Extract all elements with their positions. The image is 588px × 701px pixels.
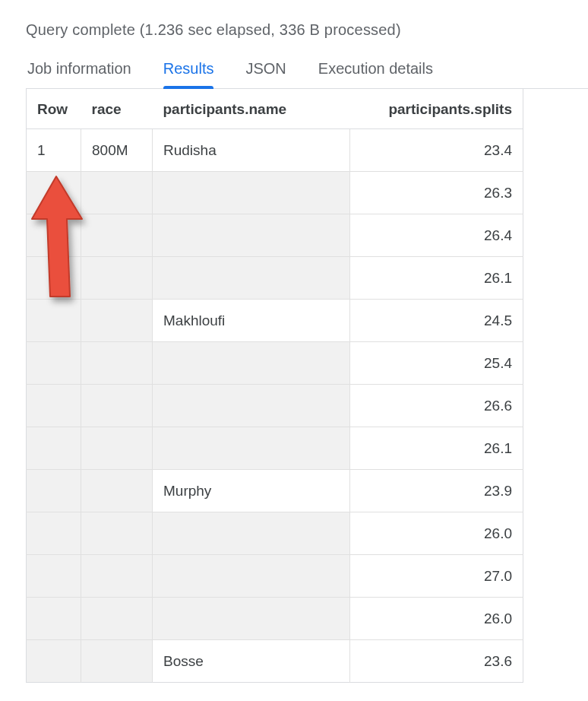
cell-participant-split: 26.3 bbox=[350, 172, 523, 214]
cell-participant-split: 24.5 bbox=[350, 300, 523, 342]
tab-job-information[interactable]: Job information bbox=[27, 60, 131, 88]
tab-execution-details[interactable]: Execution details bbox=[318, 60, 433, 88]
cell-participant-name bbox=[153, 555, 350, 598]
cell-row-number bbox=[27, 555, 81, 598]
cell-participant-split: 26.1 bbox=[350, 427, 523, 470]
cell-race bbox=[81, 470, 153, 512]
cell-participant-name bbox=[153, 214, 350, 257]
cell-row-number bbox=[27, 470, 81, 512]
col-row: Row bbox=[27, 89, 81, 129]
cell-row-number bbox=[27, 342, 81, 385]
cell-race bbox=[81, 427, 153, 470]
cell-participant-name: Makhloufi bbox=[153, 300, 350, 342]
cell-participant-split: 26.0 bbox=[350, 512, 523, 555]
cell-participant-split: 27.0 bbox=[350, 555, 523, 598]
cell-row-number bbox=[27, 214, 81, 257]
query-status-text: Query complete (1.236 sec elapsed, 336 B… bbox=[26, 21, 588, 39]
cell-participant-name: Rudisha bbox=[153, 129, 350, 172]
cell-row-number bbox=[27, 385, 81, 427]
cell-participant-name: Bosse bbox=[153, 640, 350, 683]
result-tabs: Job information Results JSON Execution d… bbox=[26, 60, 588, 89]
col-name: participants.name bbox=[153, 89, 350, 129]
cell-race bbox=[81, 342, 153, 385]
cell-row-number bbox=[27, 512, 81, 555]
table-row: 26.0 bbox=[27, 598, 523, 640]
results-table: Row race participants.name participants.… bbox=[26, 89, 523, 683]
cell-participant-name bbox=[153, 598, 350, 640]
cell-participant-name bbox=[153, 342, 350, 385]
cell-participant-split: 25.4 bbox=[350, 342, 523, 385]
cell-participant-split: 23.9 bbox=[350, 470, 523, 512]
table-row: 25.4 bbox=[27, 342, 523, 385]
col-splits: participants.splits bbox=[350, 89, 523, 129]
table-row: 1800MRudisha23.4 bbox=[27, 129, 523, 172]
cell-race bbox=[81, 214, 153, 257]
table-row: 27.0 bbox=[27, 555, 523, 598]
cell-race bbox=[81, 598, 153, 640]
cell-race bbox=[81, 640, 153, 683]
cell-race: 800M bbox=[81, 129, 153, 172]
cell-participant-name bbox=[153, 512, 350, 555]
table-header-row: Row race participants.name participants.… bbox=[27, 89, 523, 129]
cell-row-number: 1 bbox=[27, 129, 81, 172]
cell-race bbox=[81, 300, 153, 342]
cell-row-number bbox=[27, 172, 81, 214]
tab-results[interactable]: Results bbox=[163, 60, 214, 88]
cell-participant-split: 23.4 bbox=[350, 129, 523, 172]
col-race: race bbox=[81, 89, 153, 129]
cell-race bbox=[81, 257, 153, 300]
cell-row-number bbox=[27, 427, 81, 470]
table-row: 26.0 bbox=[27, 512, 523, 555]
cell-row-number bbox=[27, 640, 81, 683]
cell-row-number bbox=[27, 598, 81, 640]
table-row: Makhloufi24.5 bbox=[27, 300, 523, 342]
cell-participant-name bbox=[153, 257, 350, 300]
table-row: 26.1 bbox=[27, 257, 523, 300]
cell-participant-split: 26.6 bbox=[350, 385, 523, 427]
cell-participant-split: 26.0 bbox=[350, 598, 523, 640]
table-row: 26.1 bbox=[27, 427, 523, 470]
cell-participant-split: 26.4 bbox=[350, 214, 523, 257]
table-row: Murphy23.9 bbox=[27, 470, 523, 512]
table-row: 26.3 bbox=[27, 172, 523, 214]
table-row: 26.6 bbox=[27, 385, 523, 427]
cell-participant-name bbox=[153, 385, 350, 427]
cell-row-number bbox=[27, 257, 81, 300]
cell-participant-name bbox=[153, 172, 350, 214]
cell-participant-split: 23.6 bbox=[350, 640, 523, 683]
tab-json[interactable]: JSON bbox=[245, 60, 286, 88]
cell-participant-name bbox=[153, 427, 350, 470]
cell-participant-split: 26.1 bbox=[350, 257, 523, 300]
table-row: 26.4 bbox=[27, 214, 523, 257]
cell-race bbox=[81, 385, 153, 427]
cell-race bbox=[81, 172, 153, 214]
table-row: Bosse23.6 bbox=[27, 640, 523, 683]
cell-row-number bbox=[27, 300, 81, 342]
cell-race bbox=[81, 555, 153, 598]
cell-race bbox=[81, 512, 153, 555]
cell-participant-name: Murphy bbox=[153, 470, 350, 512]
